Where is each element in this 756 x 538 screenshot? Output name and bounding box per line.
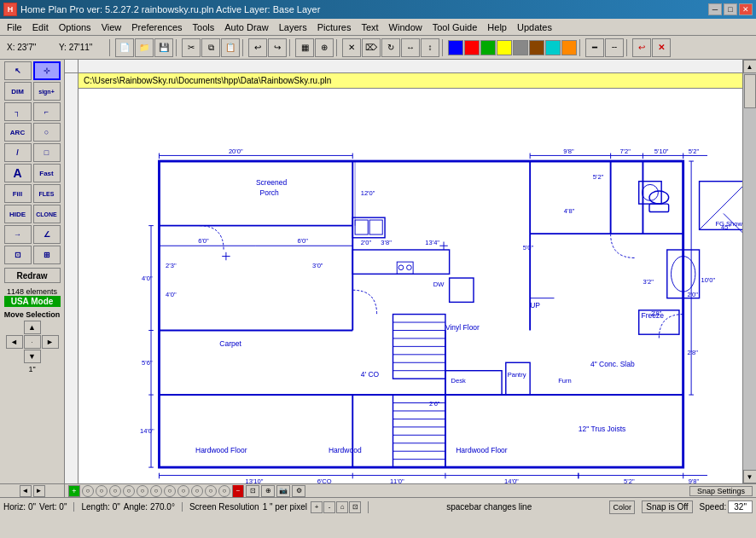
menu-autodraw[interactable]: Auto Draw: [219, 20, 273, 34]
zoom-circle6[interactable]: ○: [150, 485, 162, 497]
snap-settings-button[interactable]: Snap Settings: [689, 486, 753, 496]
color-orange[interactable]: [561, 40, 577, 55]
redraw-button[interactable]: Redraw: [4, 268, 61, 283]
zoom-camera-button[interactable]: 📷: [276, 485, 290, 497]
res-home[interactable]: ⌂: [336, 501, 348, 513]
menu-text[interactable]: Text: [356, 20, 383, 34]
fill-tool[interactable]: Fill: [4, 184, 32, 203]
zoom-circle4[interactable]: ○: [123, 485, 135, 497]
zoom-circle2[interactable]: ○: [96, 485, 108, 497]
flip-v[interactable]: ↕: [421, 38, 439, 57]
zoom-fit-button[interactable]: ⊡: [246, 485, 259, 497]
wall-tool[interactable]: ┐: [4, 102, 32, 121]
snap-off-button[interactable]: Snap is Off: [642, 500, 692, 513]
move-down-button[interactable]: ▼: [24, 350, 41, 363]
color-yellow[interactable]: [497, 40, 512, 55]
grid-button[interactable]: ▦: [295, 38, 314, 57]
drawing-area[interactable]: C:\Users\RainbowSky.ru\Documents\hpp\Dat…: [79, 73, 742, 483]
zoom-circle7[interactable]: ○: [164, 485, 176, 497]
undo2-button[interactable]: ↩: [632, 38, 651, 57]
delete-button[interactable]: ⌦: [362, 38, 381, 57]
menu-preferences[interactable]: Preferences: [126, 20, 187, 34]
clone-tool[interactable]: CLONE: [33, 205, 61, 223]
zoom-circle3[interactable]: ○: [109, 485, 121, 497]
dim-tool[interactable]: DIM: [4, 82, 32, 101]
paste-button[interactable]: 📋: [221, 38, 240, 57]
speed-value[interactable]: 32": [728, 500, 753, 513]
nav-left-button[interactable]: ◄: [20, 485, 32, 497]
wall2-tool[interactable]: ⌐: [33, 102, 61, 121]
menu-view[interactable]: View: [96, 20, 127, 34]
menu-layers[interactable]: Layers: [274, 20, 312, 34]
zoom-add-button[interactable]: +: [68, 485, 80, 497]
color-red[interactable]: [464, 40, 480, 55]
hide-tool[interactable]: HIDE: [4, 205, 32, 223]
rect-tool[interactable]: □: [33, 143, 61, 162]
circle-tool[interactable]: ○: [33, 123, 61, 142]
res-zoom-in[interactable]: +: [311, 501, 323, 513]
zoom-circle1[interactable]: ○: [82, 485, 94, 497]
flip-h[interactable]: ↔: [401, 38, 420, 57]
line-tool[interactable]: /: [4, 143, 32, 162]
rotate-button[interactable]: ↻: [381, 38, 400, 57]
zoom-circle10[interactable]: ○: [205, 485, 217, 497]
redo-button[interactable]: ↪: [268, 38, 287, 57]
color-button[interactable]: Color: [609, 500, 635, 514]
menu-updates[interactable]: Updates: [512, 20, 557, 34]
close-button[interactable]: ✕: [739, 3, 753, 15]
menu-file[interactable]: File: [2, 20, 27, 34]
zoom-out-button[interactable]: −: [232, 485, 244, 497]
color-brown[interactable]: [529, 40, 544, 55]
menu-help[interactable]: Help: [482, 20, 512, 34]
curve-tool[interactable]: ∠: [33, 225, 61, 244]
menu-options[interactable]: Options: [54, 20, 96, 34]
zoom-settings-button[interactable]: ⚙: [292, 485, 305, 497]
menu-window[interactable]: Window: [384, 20, 427, 34]
floorplan-svg[interactable]: Screened Porch Carpet Vinyl Floor Hardwo…: [79, 89, 742, 483]
menu-tools[interactable]: Tools: [188, 20, 220, 34]
color-blue[interactable]: [448, 40, 463, 55]
linestyle-button[interactable]: ╌: [605, 38, 624, 57]
vertical-scrollbar[interactable]: ▲ ▼: [742, 60, 756, 483]
res-fit[interactable]: ⊡: [349, 501, 361, 513]
menu-toolguide[interactable]: Tool Guide: [427, 20, 483, 34]
menu-edit[interactable]: Edit: [27, 20, 54, 34]
snap-button[interactable]: ⊕: [315, 38, 334, 57]
pan-tool[interactable]: ⊡: [4, 246, 32, 264]
tiles-tool[interactable]: FLES: [33, 184, 61, 203]
cut-button[interactable]: ✂: [182, 38, 201, 57]
stop-button[interactable]: ✕: [652, 38, 671, 57]
arc-tool[interactable]: ARC: [4, 123, 32, 142]
dim2-tool[interactable]: sign+: [33, 82, 61, 101]
color-cyan[interactable]: [545, 40, 561, 55]
menu-pictures[interactable]: Pictures: [312, 20, 357, 34]
save-button[interactable]: 💾: [154, 38, 173, 57]
scroll-up-button[interactable]: ▲: [743, 60, 757, 73]
zoom-circle5[interactable]: ○: [137, 485, 148, 497]
scroll-track-vertical[interactable]: [743, 73, 757, 470]
color-gray[interactable]: [513, 40, 528, 55]
canvas-area[interactable]: C:\Users\RainbowSky.ru\Documents\hpp\Dat…: [65, 60, 742, 483]
text-tool[interactable]: A: [4, 164, 32, 182]
move-right-button[interactable]: ►: [42, 335, 59, 349]
nav-right-button[interactable]: ►: [33, 485, 45, 497]
open-button[interactable]: 📁: [135, 38, 154, 57]
scroll-down-button[interactable]: ▼: [743, 470, 757, 483]
move-left-button[interactable]: ◄: [6, 335, 23, 349]
res-zoom-out[interactable]: -: [323, 501, 335, 513]
linewidth-button[interactable]: ━: [585, 38, 604, 57]
new-button[interactable]: 📄: [115, 38, 134, 57]
zoom-tool[interactable]: ⊞: [33, 246, 61, 264]
copy-button[interactable]: ⧉: [201, 38, 220, 57]
zoom-in-button[interactable]: ⊕: [261, 485, 275, 497]
zoom-circle8[interactable]: ○: [177, 485, 189, 497]
select-tool[interactable]: ↖: [4, 61, 32, 80]
zoom-circle9[interactable]: ○: [191, 485, 203, 497]
maximize-button[interactable]: □: [724, 3, 737, 15]
undo-button[interactable]: ↩: [248, 38, 267, 57]
fast-text-tool[interactable]: Fast: [33, 164, 61, 182]
zoom-circle11[interactable]: ○: [218, 485, 230, 497]
color-green[interactable]: [480, 40, 496, 55]
minimize-button[interactable]: ─: [708, 3, 722, 15]
move-up-button[interactable]: ▲: [24, 321, 41, 334]
